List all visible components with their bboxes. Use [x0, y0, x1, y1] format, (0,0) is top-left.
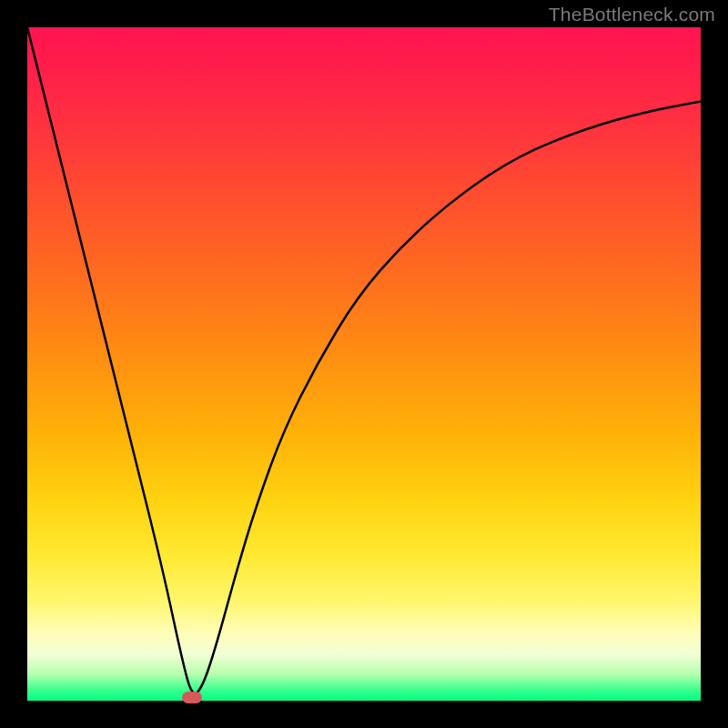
chart-frame: TheBottleneck.com: [0, 0, 728, 728]
minimum-marker: [182, 692, 202, 703]
plot-area: [27, 27, 701, 701]
watermark-text: TheBottleneck.com: [549, 4, 715, 25]
bottleneck-curve: [27, 27, 701, 701]
